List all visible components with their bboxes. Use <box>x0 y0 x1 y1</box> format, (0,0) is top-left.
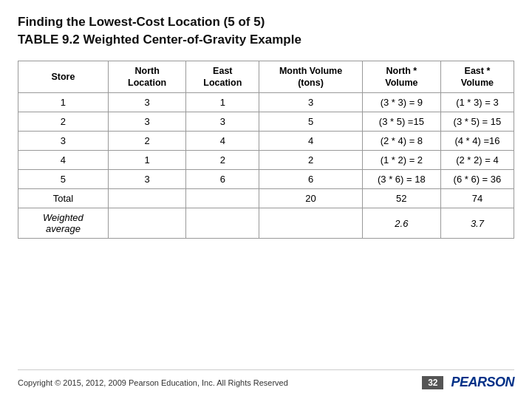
col-east-location: East Location <box>186 61 259 93</box>
table-cell: 2 <box>108 132 186 151</box>
table-cell: 3 <box>108 93 186 112</box>
page: Finding the Lowest-Cost Location (5 of 5… <box>0 0 532 399</box>
table-cell <box>186 189 259 208</box>
table-row: 4122(1 * 2) = 2(2 * 2) = 4 <box>18 151 514 170</box>
table-cell: (2 * 2) = 4 <box>440 151 514 170</box>
footer: Copyright © 2015, 2012, 2009 Pearson Edu… <box>18 369 514 390</box>
table-cell <box>108 189 186 208</box>
pearson-brand: PEARSON <box>451 375 514 390</box>
table-cell: (3 * 3) = 9 <box>362 93 440 112</box>
data-table: Store North Location East Location Month… <box>18 61 514 239</box>
col-north-location: North Location <box>108 61 186 93</box>
table-cell: 3 <box>259 93 363 112</box>
table-cell <box>259 208 363 239</box>
col-store: Store <box>18 61 109 93</box>
table-row: 3244(2 * 4) = 8(4 * 4) =16 <box>18 132 514 151</box>
page-number: 32 <box>422 376 443 389</box>
table-cell: 1 <box>186 93 259 112</box>
table-row: 1313(3 * 3) = 9(1 * 3) = 3 <box>18 93 514 112</box>
table-cell <box>186 208 259 239</box>
table-wrapper: Store North Location East Location Month… <box>18 61 514 361</box>
table-weighted-avg-row: Weighted average2.63.7 <box>18 208 514 239</box>
col-north-volume: North * Volume <box>362 61 440 93</box>
table-cell: 2.6 <box>362 208 440 239</box>
title-line2: TABLE 9.2 Weighted Center-of-Gravity Exa… <box>18 33 301 47</box>
table-cell: 3 <box>108 170 186 189</box>
table-header-row: Store North Location East Location Month… <box>18 61 514 93</box>
table-cell: 5 <box>18 170 109 189</box>
table-cell: (1 * 3) = 3 <box>440 93 514 112</box>
table-cell: 52 <box>362 189 440 208</box>
table-cell: (3 * 5) =15 <box>362 112 440 132</box>
table-cell: 1 <box>18 93 109 112</box>
table-cell: 4 <box>186 132 259 151</box>
table-cell: 3 <box>18 132 109 151</box>
table-cell: Total <box>18 189 109 208</box>
table-cell: 4 <box>259 132 363 151</box>
table-cell: 2 <box>186 151 259 170</box>
page-title: Finding the Lowest-Cost Location (5 of 5… <box>18 13 514 49</box>
table-cell: (3 * 6) = 18 <box>362 170 440 189</box>
table-cell: 2 <box>18 112 109 132</box>
table-row: 5366(3 * 6) = 18(6 * 6) = 36 <box>18 170 514 189</box>
table-cell: (1 * 2) = 2 <box>362 151 440 170</box>
footer-right: 32 PEARSON <box>422 375 514 390</box>
table-cell: 6 <box>259 170 363 189</box>
col-month-volume: Month Volume (tons) <box>259 61 363 93</box>
table-cell: Weighted average <box>18 208 109 239</box>
table-cell: (2 * 4) = 8 <box>362 132 440 151</box>
table-cell: 20 <box>259 189 363 208</box>
table-total-row: Total205274 <box>18 189 514 208</box>
table-row: 2335(3 * 5) =15(3 * 5) = 15 <box>18 112 514 132</box>
table-cell: 3 <box>108 112 186 132</box>
table-cell: (4 * 4) =16 <box>440 132 514 151</box>
table-cell: (6 * 6) = 36 <box>440 170 514 189</box>
table-cell: 2 <box>259 151 363 170</box>
table-cell <box>108 208 186 239</box>
table-cell: 4 <box>18 151 109 170</box>
table-cell: 1 <box>108 151 186 170</box>
col-east-volume: East * Volume <box>440 61 514 93</box>
table-cell: 5 <box>259 112 363 132</box>
table-cell: 6 <box>186 170 259 189</box>
title-line1: Finding the Lowest-Cost Location (5 of 5… <box>18 15 265 29</box>
table-cell: 3.7 <box>440 208 514 239</box>
table-cell: 74 <box>440 189 514 208</box>
table-cell: (3 * 5) = 15 <box>440 112 514 132</box>
copyright-text: Copyright © 2015, 2012, 2009 Pearson Edu… <box>18 378 288 387</box>
table-cell: 3 <box>186 112 259 132</box>
